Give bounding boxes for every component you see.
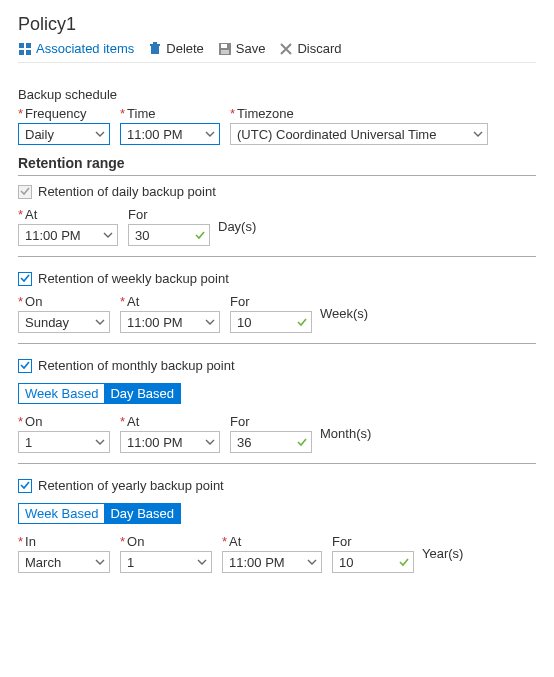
daily-at-value: 11:00 PM <box>25 228 81 243</box>
yearly-in-select[interactable]: March <box>18 551 110 573</box>
chevron-down-icon <box>205 315 215 330</box>
divider <box>18 256 536 257</box>
daily-for-value: 30 <box>135 228 149 243</box>
weekly-at-value: 11:00 PM <box>127 315 183 330</box>
check-icon <box>195 228 205 243</box>
weekly-for-input[interactable]: 10 <box>230 311 312 333</box>
divider <box>18 463 536 464</box>
yearly-basis-segment: Week Based Day Based <box>18 503 181 524</box>
yearly-unit: Year(s) <box>422 546 463 561</box>
divider <box>18 343 536 344</box>
discard-button[interactable]: Discard <box>279 41 341 56</box>
weekly-at-select[interactable]: 11:00 PM <box>120 311 220 333</box>
yearly-at-value: 11:00 PM <box>229 555 285 570</box>
yearly-in-value: March <box>25 555 61 570</box>
weekly-for-value: 10 <box>237 315 251 330</box>
associated-items-label: Associated items <box>36 41 134 56</box>
weekly-at-label: *At <box>120 294 220 309</box>
retention-range-heading: Retention range <box>18 155 536 171</box>
save-label: Save <box>236 41 266 56</box>
weekly-on-select[interactable]: Sunday <box>18 311 110 333</box>
check-icon <box>297 435 307 450</box>
yearly-at-select[interactable]: 11:00 PM <box>222 551 322 573</box>
timezone-select[interactable]: (UTC) Coordinated Universal Time <box>230 123 488 145</box>
delete-label: Delete <box>166 41 204 56</box>
monthly-for-input[interactable]: 36 <box>230 431 312 453</box>
timezone-value: (UTC) Coordinated Universal Time <box>237 127 436 142</box>
yearly-for-input[interactable]: 10 <box>332 551 414 573</box>
time-value: 11:00 PM <box>127 127 183 142</box>
daily-unit: Day(s) <box>218 219 256 234</box>
yearly-retention-checkbox[interactable] <box>18 479 32 493</box>
monthly-basis-segment: Week Based Day Based <box>18 383 181 404</box>
daily-retention-checkbox <box>18 185 32 199</box>
associated-items-button[interactable]: Associated items <box>18 41 134 56</box>
yearly-week-based-tab[interactable]: Week Based <box>19 504 104 523</box>
monthly-on-value: 1 <box>25 435 32 450</box>
weekly-for-label: For <box>230 294 312 309</box>
monthly-week-based-tab[interactable]: Week Based <box>19 384 104 403</box>
check-icon <box>399 555 409 570</box>
monthly-on-select[interactable]: 1 <box>18 431 110 453</box>
discard-label: Discard <box>297 41 341 56</box>
chevron-down-icon <box>95 555 105 570</box>
chevron-down-icon <box>95 127 105 142</box>
trash-icon <box>148 42 162 56</box>
monthly-on-label: *On <box>18 414 110 429</box>
close-icon <box>279 42 293 56</box>
yearly-for-label: For <box>332 534 414 549</box>
monthly-retention-checkbox[interactable] <box>18 359 32 373</box>
daily-for-label: For <box>128 207 210 222</box>
page-title: Policy1 <box>18 14 536 35</box>
monthly-at-label: *At <box>120 414 220 429</box>
grid-icon <box>18 42 32 56</box>
daily-for-input[interactable]: 30 <box>128 224 210 246</box>
monthly-retention-label: Retention of monthly backup point <box>38 358 235 373</box>
save-button[interactable]: Save <box>218 41 266 56</box>
chevron-down-icon <box>103 228 113 243</box>
yearly-on-label: *On <box>120 534 212 549</box>
chevron-down-icon <box>307 555 317 570</box>
weekly-retention-checkbox[interactable] <box>18 272 32 286</box>
chevron-down-icon <box>205 127 215 142</box>
weekly-unit: Week(s) <box>320 306 368 321</box>
chevron-down-icon <box>95 435 105 450</box>
weekly-retention-label: Retention of weekly backup point <box>38 271 229 286</box>
yearly-at-label: *At <box>222 534 322 549</box>
monthly-at-value: 11:00 PM <box>127 435 183 450</box>
chevron-down-icon <box>473 127 483 142</box>
yearly-in-label: *In <box>18 534 110 549</box>
frequency-select[interactable]: Daily <box>18 123 110 145</box>
monthly-day-based-tab[interactable]: Day Based <box>104 384 180 403</box>
chevron-down-icon <box>205 435 215 450</box>
yearly-on-value: 1 <box>127 555 134 570</box>
save-icon <box>218 42 232 56</box>
yearly-on-select[interactable]: 1 <box>120 551 212 573</box>
weekly-on-value: Sunday <box>25 315 69 330</box>
daily-at-select[interactable]: 11:00 PM <box>18 224 118 246</box>
time-select[interactable]: 11:00 PM <box>120 123 220 145</box>
yearly-for-value: 10 <box>339 555 353 570</box>
delete-button[interactable]: Delete <box>148 41 204 56</box>
daily-at-label: *At <box>18 207 118 222</box>
timezone-label: *Timezone <box>230 106 488 121</box>
monthly-at-select[interactable]: 11:00 PM <box>120 431 220 453</box>
time-label: *Time <box>120 106 220 121</box>
divider <box>18 175 536 176</box>
daily-retention-label: Retention of daily backup point <box>38 184 216 199</box>
toolbar: Associated items Delete Save Discard <box>18 41 536 63</box>
weekly-on-label: *On <box>18 294 110 309</box>
yearly-day-based-tab[interactable]: Day Based <box>104 504 180 523</box>
monthly-for-value: 36 <box>237 435 251 450</box>
yearly-retention-label: Retention of yearly backup point <box>38 478 224 493</box>
chevron-down-icon <box>95 315 105 330</box>
backup-schedule-heading: Backup schedule <box>18 87 536 102</box>
chevron-down-icon <box>197 555 207 570</box>
monthly-unit: Month(s) <box>320 426 371 441</box>
frequency-label: *Frequency <box>18 106 110 121</box>
monthly-for-label: For <box>230 414 312 429</box>
frequency-value: Daily <box>25 127 54 142</box>
check-icon <box>297 315 307 330</box>
